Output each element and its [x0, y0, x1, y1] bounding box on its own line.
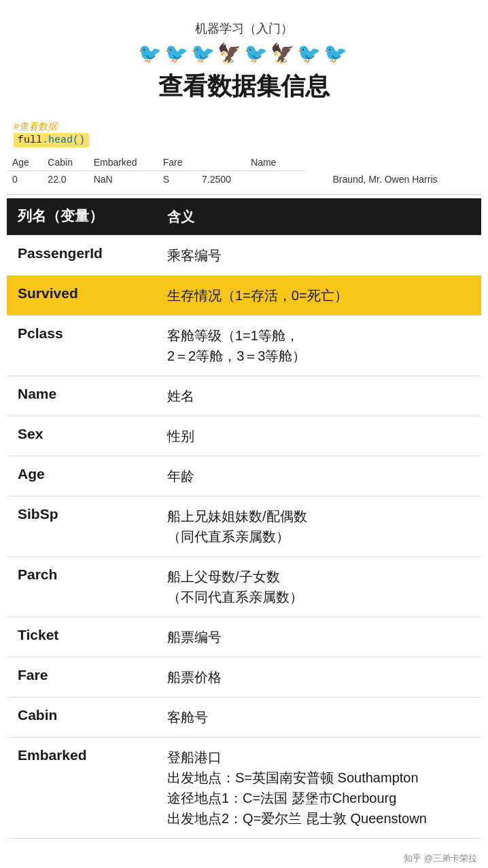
divider	[7, 194, 481, 195]
field-name-survived: Survived	[7, 276, 156, 316]
main-title: 查看数据集信息	[14, 70, 474, 103]
table-header-row: Age Cabin Embarked Fare Name	[7, 154, 481, 171]
col-age: Age	[7, 154, 42, 171]
info-row-fare: Fare 船票价格	[7, 657, 481, 698]
field-meaning-survived: 生存情况（1=存活，0=死亡）	[156, 276, 481, 316]
info-row-pclass: Pclass 客舱等级（1=1等舱，2＝2等舱，3＝3等舱）	[7, 316, 481, 376]
field-name-sibsp: SibSp	[7, 496, 156, 557]
cell-embarked: S	[158, 171, 196, 188]
field-meaning-age: 年龄	[156, 456, 481, 496]
info-row-age: Age 年龄	[7, 456, 481, 496]
cell-fare: 7.2500	[196, 171, 305, 188]
field-name-fare: Fare	[7, 657, 156, 698]
field-name-parch: Parch	[7, 557, 156, 617]
col-name: Name	[196, 154, 305, 171]
birds-decoration: 🐦🐦🐦🦅🐦🦅🐦🐦	[14, 42, 474, 65]
field-name-sex: Sex	[7, 416, 156, 456]
code-section: #查看数据 full.head()	[0, 121, 488, 154]
field-name-embarked: Embarked	[7, 738, 156, 839]
field-meaning-embarked: 登船港口 出发地点：S=英国南安普顿 Southampton 途径地点1：C=法…	[156, 738, 481, 839]
info-row-ticket: Ticket 船票编号	[7, 617, 481, 657]
info-col-meaning-header: 含义	[156, 198, 481, 236]
info-table: 列名（变量） 含义 PassengerId 乘客编号 Survived 生存情况…	[7, 198, 481, 839]
code-comment: #查看数据	[14, 121, 474, 133]
info-row-name: Name 姓名	[7, 376, 481, 416]
field-meaning-sibsp: 船上兄妹姐妹数/配偶数（同代直系亲属数）	[156, 496, 481, 557]
field-name-ticket: Ticket	[7, 617, 156, 657]
info-row-embarked: Embarked 登船港口 出发地点：S=英国南安普顿 Southampton …	[7, 738, 481, 839]
field-meaning-ticket: 船票编号	[156, 617, 481, 657]
header-section: 机器学习（入门） 🐦🐦🐦🦅🐦🦅🐦🐦 查看数据集信息	[0, 0, 488, 121]
info-header-row: 列名（变量） 含义	[7, 198, 481, 236]
cell-age: 22.0	[42, 171, 88, 188]
field-meaning-passengerid: 乘客编号	[156, 236, 481, 276]
watermark: 知乎 @三弟卡荣拉	[0, 839, 488, 868]
cell-index: 0	[7, 171, 42, 188]
info-row-cabin: Cabin 客舱号	[7, 698, 481, 738]
field-meaning-name: 姓名	[156, 376, 481, 416]
info-row-sex: Sex 性别	[7, 416, 481, 456]
cell-cabin: NaN	[88, 171, 158, 188]
field-name-name: Name	[7, 376, 156, 416]
field-name-passengerid: PassengerId	[7, 236, 156, 276]
table-row: 0 22.0 NaN S 7.2500 Braund, Mr. Owen Har…	[7, 171, 481, 188]
field-meaning-fare: 船票价格	[156, 657, 481, 698]
field-meaning-pclass: 客舱等级（1=1等舱，2＝2等舱，3＝3等舱）	[156, 316, 481, 376]
col-cabin: Cabin	[42, 154, 88, 171]
code-block: full.head()	[14, 133, 474, 147]
subtitle: 机器学习（入门）	[14, 20, 474, 37]
info-row-parch: Parch 船上父母数/子女数（不同代直系亲属数）	[7, 557, 481, 617]
field-meaning-parch: 船上父母数/子女数（不同代直系亲属数）	[156, 557, 481, 617]
data-table-section: Age Cabin Embarked Fare Name 0 22.0 NaN …	[0, 154, 488, 187]
code-text: full.head()	[14, 133, 89, 147]
field-name-cabin: Cabin	[7, 698, 156, 738]
field-name-age: Age	[7, 456, 156, 496]
field-meaning-cabin: 客舱号	[156, 698, 481, 738]
data-table: Age Cabin Embarked Fare Name 0 22.0 NaN …	[7, 154, 481, 187]
info-row-sibsp: SibSp 船上兄妹姐妹数/配偶数（同代直系亲属数）	[7, 496, 481, 557]
info-row-passengerid: PassengerId 乘客编号	[7, 236, 481, 276]
field-name-pclass: Pclass	[7, 316, 156, 376]
info-col-name-header: 列名（变量）	[7, 198, 156, 236]
col-embarked: Embarked	[88, 154, 158, 171]
col-fare: Fare	[158, 154, 196, 171]
info-section: 列名（变量） 含义 PassengerId 乘客编号 Survived 生存情况…	[0, 198, 488, 839]
cell-name: Braund, Mr. Owen Harris	[305, 171, 481, 188]
field-meaning-sex: 性别	[156, 416, 481, 456]
info-row-survived: Survived 生存情况（1=存活，0=死亡）	[7, 276, 481, 316]
